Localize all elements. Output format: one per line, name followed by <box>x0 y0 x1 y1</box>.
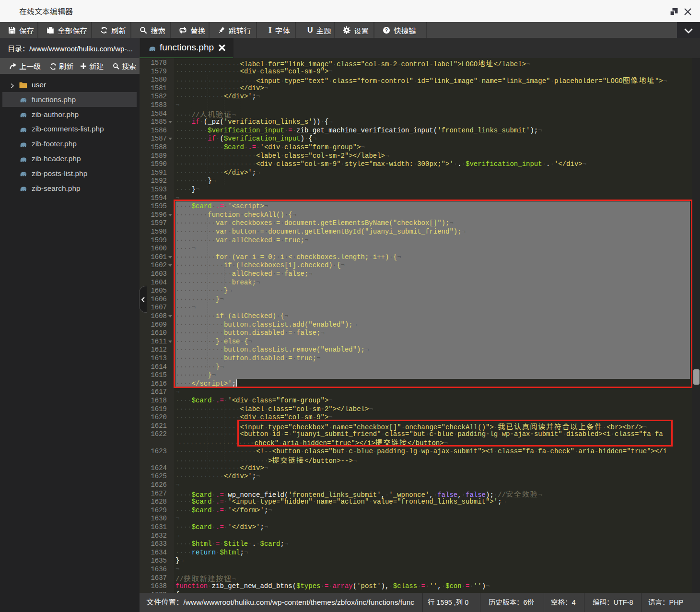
svg-text:?: ? <box>385 27 388 33</box>
